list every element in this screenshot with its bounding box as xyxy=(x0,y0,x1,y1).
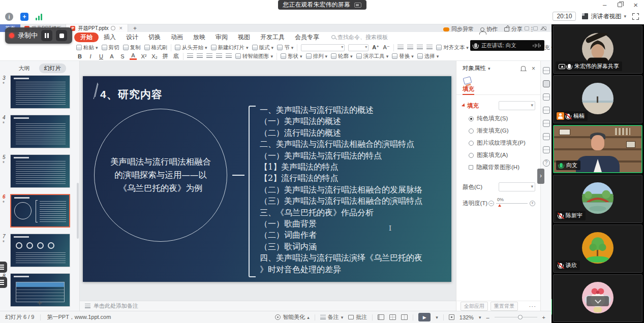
ribbon-tab-home[interactable]: 开始 xyxy=(74,33,99,42)
play-options-icon[interactable]: ▾ xyxy=(436,315,438,320)
ribbon-tab-dev[interactable]: 开发工具 xyxy=(255,33,290,42)
topic-circle[interactable]: 美声唱法与流行唱法相融合 的演唱探索与运用——以 《乌兰巴托的夜》为例 xyxy=(94,109,227,242)
network-signal-icon[interactable] xyxy=(36,13,42,20)
align-center-icon[interactable] xyxy=(197,53,203,59)
minus-icon[interactable]: – xyxy=(488,201,494,206)
phonetic-button[interactable]: 拼 xyxy=(162,52,169,60)
plus-icon[interactable]: + xyxy=(530,201,535,206)
thumbnail-canvas[interactable] xyxy=(10,115,70,148)
slideshow-play-button[interactable]: ▶ xyxy=(418,313,431,321)
copy-button[interactable]: 复制 xyxy=(123,44,141,51)
thumbnail-canvas[interactable] xyxy=(10,194,70,228)
opacity-slider[interactable]: – 0% + xyxy=(488,201,535,206)
tab-close-icon[interactable]: × xyxy=(118,25,123,31)
thumbnail-canvas[interactable] xyxy=(10,234,70,267)
outline-button[interactable]: 轮廓▾ xyxy=(331,53,353,60)
reading-view-button[interactable] xyxy=(401,314,408,320)
pin-icon[interactable] xyxy=(521,66,526,71)
minimize-button[interactable]: – xyxy=(603,1,606,9)
info-icon[interactable]: i xyxy=(5,13,13,21)
reference-tool-icon[interactable] xyxy=(543,146,550,153)
fill-tab[interactable]: 填充 xyxy=(463,85,474,95)
line-spacing-icon[interactable] xyxy=(226,53,232,59)
expand-panel-button[interactable]: › xyxy=(537,169,544,184)
smartart-button[interactable]: 转智能图形▾ xyxy=(235,53,273,60)
command-search[interactable]: 查找命令、搜索模板 xyxy=(331,34,388,41)
view-mode-button[interactable]: 演讲者视图 ▾ xyxy=(582,12,626,21)
pages-tool-icon[interactable] xyxy=(543,107,550,114)
new-slide-button[interactable]: 新建幻灯片▾ xyxy=(211,44,249,51)
slide-thumbnail-7[interactable]: 7 * xyxy=(0,233,80,272)
ribbon-tab-transition[interactable]: 切换 xyxy=(143,33,166,42)
layout-switch-icon[interactable] xyxy=(354,3,361,8)
superscript-button[interactable]: X² xyxy=(140,53,147,59)
zoom-out-button[interactable]: – xyxy=(486,314,489,320)
zoom-options-icon[interactable]: ▾ xyxy=(479,315,481,320)
collapse-ribbon-icon[interactable] xyxy=(540,27,546,33)
thumbnail-scrollbar[interactable] xyxy=(77,183,79,239)
fill-preset-combobox[interactable] xyxy=(499,101,535,110)
collaborate-button[interactable]: 协作 xyxy=(480,25,498,33)
scroll-participants-button[interactable] xyxy=(587,296,609,306)
zoom-level[interactable]: 132% xyxy=(459,314,474,320)
option-pattern-fill[interactable]: 图案填充(A) xyxy=(469,151,540,159)
font-size-combobox[interactable] xyxy=(348,44,369,51)
section-collapse-icon[interactable] xyxy=(462,103,466,108)
beautify-tool-icon[interactable] xyxy=(543,93,550,101)
tab-slides[interactable]: 幻灯片 xyxy=(39,63,66,73)
shield-icon[interactable]: + xyxy=(20,13,28,21)
play-from-start-button[interactable]: 从头开始▾ xyxy=(175,44,207,51)
add-slide-button[interactable]: + xyxy=(0,298,79,309)
italic-button[interactable]: I xyxy=(87,53,94,59)
more-options-icon[interactable]: ··· xyxy=(529,303,537,309)
slide-thumbnail-6-selected[interactable]: 6 * xyxy=(0,193,80,233)
properties-tool-icon[interactable] xyxy=(543,80,550,87)
align-right-icon[interactable] xyxy=(206,53,212,59)
option-picture-fill[interactable]: 图片或纹理填充(P) xyxy=(469,139,540,147)
layout-button[interactable]: 版式▾ xyxy=(252,44,274,51)
present-tools-button[interactable]: 演示工具▾ xyxy=(356,53,389,60)
sync-error-button[interactable]: 同步异常 xyxy=(443,25,474,33)
stop-recording-button[interactable] xyxy=(56,30,67,41)
smart-beautify-button[interactable]: 智能美化▴ xyxy=(275,313,310,321)
comments-button[interactable]: 批注 xyxy=(348,313,367,321)
apply-all-button[interactable]: 全部应用 xyxy=(461,302,488,311)
participant-tile-zhuhongwei[interactable]: 朱宏伟的屏幕共享 xyxy=(553,25,642,74)
zoom-slider-knob[interactable] xyxy=(518,315,523,319)
indent-increase-icon[interactable] xyxy=(426,45,433,50)
shadow-button[interactable]: S xyxy=(119,53,126,59)
font-color-button[interactable]: A xyxy=(130,52,137,60)
outline-list[interactable]: 一、美声唱法与流行唱法的概述 （一）美声唱法的概述 （二）流行唱法的概述 二、美… xyxy=(260,105,444,275)
thumbnail-canvas[interactable] xyxy=(10,154,70,188)
ribbon-tab-review[interactable]: 审阅 xyxy=(210,33,233,42)
ribbon-tab-design[interactable]: 设计 xyxy=(121,33,143,42)
underline-button[interactable]: U xyxy=(98,53,105,59)
ribbon-tab-member[interactable]: 会员专享 xyxy=(290,33,324,42)
align-left-icon[interactable] xyxy=(187,53,193,59)
paste-button[interactable]: 粘贴▾ xyxy=(76,44,98,51)
export-tool-icon[interactable] xyxy=(543,120,550,127)
tab-document-active[interactable]: P 开题PPT.pptx × xyxy=(66,24,128,32)
fullscreen-button[interactable] xyxy=(632,13,639,20)
tab-outline[interactable]: 大纲 xyxy=(14,63,35,73)
indent-decrease-icon[interactable] xyxy=(417,45,423,50)
participant-tile-partial[interactable] xyxy=(553,274,642,322)
ribbon-tab-view[interactable]: 视图 xyxy=(233,33,255,42)
ribbon-tab-animation[interactable]: 动画 xyxy=(166,33,188,42)
thumbnail-canvas[interactable] xyxy=(10,75,70,109)
current-slide[interactable]: 4、研究内容 美声唱法与流行唱法相融合 的演唱探索与运用——以 《乌兰巴托的夜》… xyxy=(83,76,451,282)
help-icon[interactable]: ? xyxy=(543,159,550,167)
select-button[interactable]: 选择▾ xyxy=(417,53,439,60)
ribbon-tab-slideshow[interactable]: 放映 xyxy=(188,33,210,42)
slide-thumbnail-3[interactable]: 3 * xyxy=(0,74,80,114)
restore-button[interactable] xyxy=(618,3,622,7)
floating-menu-button-2[interactable] xyxy=(0,277,7,288)
strike-button[interactable]: A xyxy=(108,53,115,59)
align-text-button[interactable]: 对齐文本▾ xyxy=(436,44,469,51)
option-solid-fill[interactable]: 纯色填充(S) xyxy=(469,115,540,122)
arrange-button[interactable]: 排列▾ xyxy=(306,53,328,60)
bold-button[interactable]: B xyxy=(76,53,83,59)
option-gradient-fill[interactable]: 渐变填充(G) xyxy=(469,127,540,135)
close-panel-icon[interactable]: × xyxy=(532,65,535,72)
cut-button[interactable]: 剪切 xyxy=(102,44,119,51)
